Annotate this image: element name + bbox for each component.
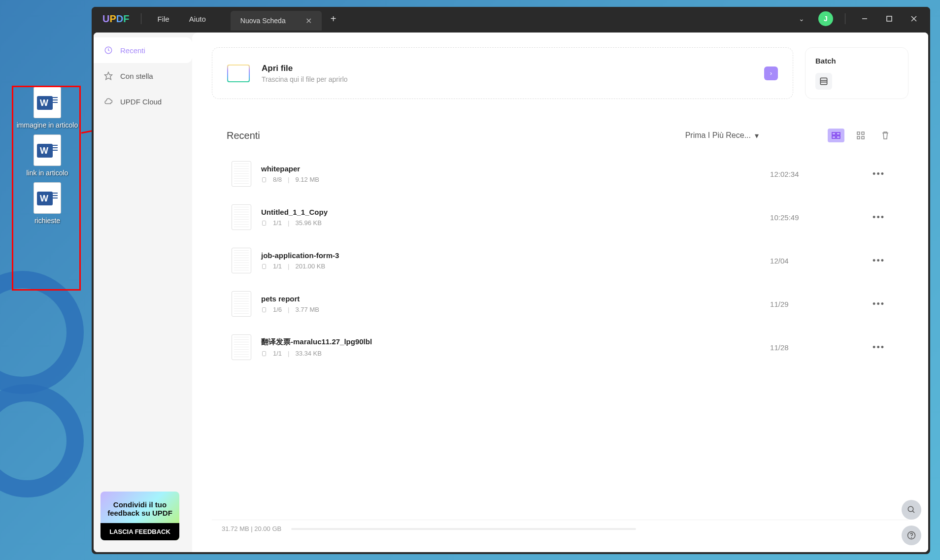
trash-button[interactable] <box>877 129 894 142</box>
more-icon[interactable]: ••• <box>869 208 889 227</box>
sort-dropdown[interactable]: Prima I Più Rece... ▾ <box>685 131 759 140</box>
svg-rect-16 <box>862 132 864 134</box>
open-file-title: Apri file <box>262 64 752 73</box>
file-row[interactable]: pets report 1/6 | 3.77 MB 11/29 ••• <box>227 282 894 326</box>
file-name: 翻译发票-maraluc11.27_lpg90lbl <box>261 337 760 347</box>
divider <box>845 13 845 24</box>
page-icon <box>261 264 267 269</box>
svg-line-25 <box>912 511 914 513</box>
file-pages: 8/8 <box>273 176 282 183</box>
titlebar: UPDF File Aiuto Nuova Scheda ✕ + ⌄ J <box>92 7 930 31</box>
minimize-button[interactable] <box>853 9 876 29</box>
view-grid-button[interactable] <box>852 129 869 142</box>
menu-help[interactable]: Aiuto <box>179 15 216 23</box>
storage-progress <box>291 528 636 530</box>
more-icon[interactable]: ••• <box>869 252 889 270</box>
file-date: 12/04 <box>770 257 859 265</box>
svg-rect-11 <box>832 132 836 135</box>
file-row[interactable]: whitepaper 8/8 | 9.12 MB 12:02:34 ••• <box>227 152 894 196</box>
avatar[interactable]: J <box>818 11 833 26</box>
svg-marker-7 <box>105 72 112 80</box>
sidebar-item-label: UPDF Cloud <box>120 98 162 106</box>
sidebar: Recenti Con stella UPDF Cloud Condividi … <box>94 33 192 552</box>
chevron-right-icon[interactable]: › <box>764 66 778 80</box>
svg-rect-23 <box>263 351 266 356</box>
batch-card: Batch <box>805 47 908 99</box>
file-pages: 1/1 <box>273 263 282 270</box>
file-date: 12:02:34 <box>770 170 859 178</box>
svg-rect-12 <box>837 132 840 135</box>
svg-rect-18 <box>862 136 864 139</box>
folder-icon <box>227 65 250 82</box>
more-icon[interactable]: ••• <box>869 295 889 313</box>
sort-label: Prima I Più Rece... <box>685 131 751 140</box>
sidebar-item-cloud[interactable]: UPDF Cloud <box>94 89 192 114</box>
storage-text: 31.72 MB | 20.00 GB <box>222 525 281 532</box>
file-size: 201.00 KB <box>295 263 325 270</box>
file-date: 10:25:49 <box>770 213 859 222</box>
close-button[interactable] <box>903 9 925 29</box>
file-thumbnail <box>232 248 251 273</box>
svg-rect-21 <box>263 264 266 268</box>
open-file-subtitle: Trascina qui il file per aprirlo <box>262 75 752 83</box>
batch-title: Batch <box>815 57 898 65</box>
svg-point-24 <box>908 506 913 512</box>
page-icon <box>261 220 267 226</box>
svg-rect-19 <box>263 177 266 182</box>
recent-file-list[interactable]: whitepaper 8/8 | 9.12 MB 12:02:34 ••• <box>212 152 908 520</box>
help-button[interactable] <box>902 526 921 545</box>
file-thumbnail <box>232 204 251 230</box>
page-icon <box>261 351 267 357</box>
svg-rect-20 <box>263 221 266 225</box>
file-thumbnail <box>232 334 251 360</box>
svg-rect-3 <box>887 16 892 21</box>
chevron-down-icon: ▾ <box>755 131 759 140</box>
sidebar-item-label: Con stella <box>120 72 153 80</box>
file-row[interactable]: Untitled_1_1_Copy 1/1 | 35.96 KB 10:25:4… <box>227 196 894 239</box>
svg-rect-14 <box>837 136 840 138</box>
recent-title: Recenti <box>227 130 260 141</box>
tab-label: Nuova Scheda <box>240 17 286 25</box>
file-row[interactable]: 翻译发票-maraluc11.27_lpg90lbl 1/1 | 33.34 K… <box>227 326 894 369</box>
file-row[interactable]: job-application-form-3 1/1 | 201.00 KB 1… <box>227 239 894 282</box>
page-icon <box>261 307 267 313</box>
file-pages: 1/1 <box>273 350 282 357</box>
svg-point-27 <box>911 537 912 538</box>
maximize-button[interactable] <box>878 9 901 29</box>
file-size: 33.34 KB <box>295 350 322 357</box>
feedback-button[interactable]: LASCIA FEEDBACK <box>101 523 179 540</box>
file-date: 11/29 <box>770 300 859 308</box>
svg-rect-15 <box>857 132 860 134</box>
feedback-text: Condividi il tuo feedback su UPDF <box>106 500 173 517</box>
file-size: 9.12 MB <box>295 176 319 183</box>
status-bar: 31.72 MB | 20.00 GB <box>212 520 908 537</box>
app-window: UPDF File Aiuto Nuova Scheda ✕ + ⌄ J Rec… <box>92 7 930 554</box>
menu-file[interactable]: File <box>147 15 179 23</box>
file-pages: 1/1 <box>273 219 282 227</box>
view-list-button[interactable] <box>828 129 844 142</box>
file-thumbnail <box>232 161 251 187</box>
file-pages: 1/6 <box>273 306 282 313</box>
annotation-highlight-box <box>12 86 81 291</box>
svg-rect-8 <box>820 78 827 84</box>
sidebar-item-starred[interactable]: Con stella <box>94 63 192 89</box>
file-name: pets report <box>261 295 760 303</box>
cloud-icon <box>103 97 113 106</box>
more-icon[interactable]: ••• <box>869 338 889 357</box>
tab[interactable]: Nuova Scheda ✕ <box>231 11 322 31</box>
chevron-down-icon[interactable]: ⌄ <box>791 11 812 27</box>
batch-combine-button[interactable] <box>815 73 832 90</box>
close-icon[interactable]: ✕ <box>305 16 312 26</box>
feedback-card: Condividi il tuo feedback su UPDF LASCIA… <box>101 492 179 540</box>
clock-icon <box>103 45 113 55</box>
file-size: 35.96 KB <box>295 219 322 227</box>
sidebar-item-recent[interactable]: Recenti <box>94 37 192 63</box>
main-area: Apri file Trascina qui il file per aprir… <box>192 33 928 552</box>
search-button[interactable] <box>902 500 921 520</box>
file-name: whitepaper <box>261 165 760 173</box>
open-file-dropzone[interactable]: Apri file Trascina qui il file per aprir… <box>212 47 793 99</box>
divider <box>141 13 141 24</box>
more-icon[interactable]: ••• <box>869 165 889 183</box>
new-tab-button[interactable]: + <box>322 13 345 25</box>
app-logo: UPDF <box>97 13 135 25</box>
